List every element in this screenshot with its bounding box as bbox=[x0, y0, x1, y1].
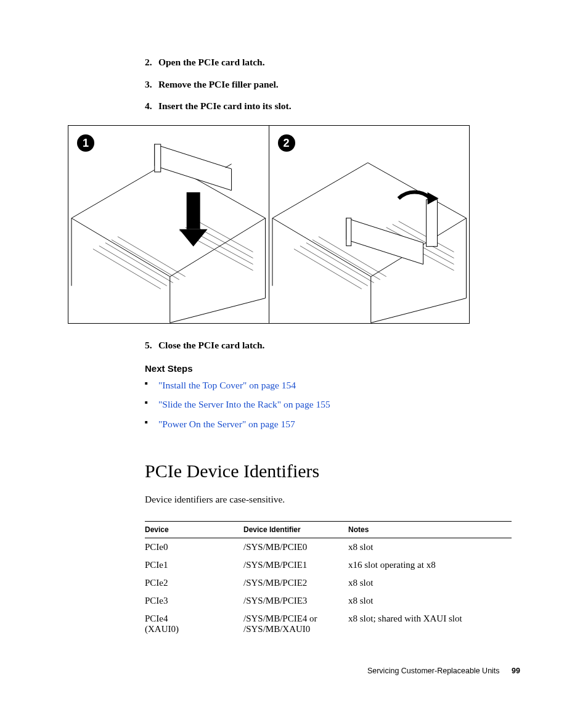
step-5: 5. Close the PCIe card latch. bbox=[145, 339, 520, 352]
step-2: 2. Open the PCIe card latch. bbox=[145, 55, 520, 69]
svg-line-8 bbox=[198, 221, 253, 252]
td-identifier: /SYS/MB/PCIE0 bbox=[243, 538, 348, 556]
steps-before-figure: 2. Open the PCIe card latch. 3. Remove t… bbox=[145, 55, 520, 113]
td-identifier: /SYS/MB/PCIE2 bbox=[243, 574, 348, 592]
td-identifier: /SYS/MB/PCIE1 bbox=[243, 556, 348, 574]
table-row: PCIe2 /SYS/MB/PCIE2 x8 slot bbox=[145, 574, 512, 592]
next-steps-list: "Install the Top Cover" on page 154 "Sli… bbox=[145, 379, 520, 431]
svg-line-15 bbox=[300, 246, 367, 286]
xref-link[interactable]: "Power On the Server" on page 157 bbox=[158, 419, 295, 429]
step-text: Open the PCIe card latch. bbox=[158, 57, 265, 67]
svg-line-14 bbox=[293, 249, 361, 289]
step-text: Remove the PCIe filler panel. bbox=[158, 79, 279, 89]
step-number: 3. bbox=[145, 78, 156, 91]
svg-marker-9 bbox=[155, 144, 232, 191]
svg-line-2 bbox=[105, 243, 173, 283]
th-notes: Notes bbox=[348, 521, 512, 538]
step-text: Close the PCIe card latch. bbox=[158, 340, 265, 350]
device-identifier-table: Device Device Identifier Notes PCIe0 /SY… bbox=[145, 521, 512, 638]
diagram-sketch-2 bbox=[269, 126, 469, 323]
table-row: PCIe1 /SYS/MB/PCIE1 x16 slot operating a… bbox=[145, 556, 512, 574]
svg-line-11 bbox=[226, 164, 232, 168]
figure-row: 1 bbox=[68, 125, 470, 324]
diagram-sketch-1 bbox=[68, 126, 268, 323]
svg-rect-25 bbox=[426, 200, 437, 247]
td-device: PCIe0 bbox=[145, 538, 243, 556]
td-notes: x8 slot bbox=[348, 574, 512, 592]
arrow-down-icon bbox=[179, 192, 208, 247]
th-device: Device bbox=[145, 521, 243, 538]
td-identifier: /SYS/MB/PCIE3 bbox=[243, 592, 348, 610]
next-step-item: "Install the Top Cover" on page 154 bbox=[145, 379, 520, 392]
xref-link[interactable]: "Install the Top Cover" on page 154 bbox=[158, 380, 296, 390]
svg-line-4 bbox=[118, 237, 186, 277]
svg-rect-10 bbox=[155, 144, 161, 172]
table-row: PCIe4 (XAUI0) /SYS/MB/PCIE4 or /SYS/MB/X… bbox=[145, 610, 512, 638]
step-number: 2. bbox=[145, 55, 156, 69]
step-number: 4. bbox=[145, 99, 156, 113]
th-identifier: Device Identifier bbox=[243, 521, 348, 538]
td-device: PCIe3 bbox=[145, 592, 243, 610]
svg-marker-23 bbox=[346, 218, 423, 265]
td-identifier: /SYS/MB/PCIE4 or /SYS/MB/XAUI0 bbox=[243, 610, 348, 638]
section: PCIe Device Identifiers Device identifie… bbox=[145, 461, 520, 638]
pcie-card-icon bbox=[155, 144, 232, 191]
xref-link[interactable]: "Slide the Server Into the Rack" on page… bbox=[158, 399, 330, 409]
td-notes: x8 slot bbox=[348, 538, 512, 556]
svg-line-3 bbox=[112, 240, 179, 280]
figure-panel-2: 2 bbox=[269, 126, 470, 323]
page-footer: Servicing Customer-Replaceable Units 99 bbox=[367, 667, 520, 675]
table-header-row: Device Device Identifier Notes bbox=[145, 521, 512, 538]
step-4: 4. Insert the PCIe card into its slot. bbox=[145, 99, 520, 113]
td-device: PCIe1 bbox=[145, 556, 243, 574]
td-device: PCIe2 bbox=[145, 574, 243, 592]
svg-line-0 bbox=[93, 249, 161, 289]
section-heading: PCIe Device Identifiers bbox=[145, 461, 520, 482]
next-steps-heading: Next Steps bbox=[145, 363, 520, 374]
page: 2. Open the PCIe card latch. 3. Remove t… bbox=[0, 0, 588, 706]
footer-page-number: 99 bbox=[512, 667, 520, 675]
step-number: 5. bbox=[145, 339, 156, 352]
svg-marker-13 bbox=[179, 229, 208, 247]
next-step-item: "Power On the Server" on page 157 bbox=[145, 417, 520, 431]
figure-panel-1: 1 bbox=[68, 126, 269, 323]
svg-rect-24 bbox=[346, 218, 351, 246]
table-row: PCIe3 /SYS/MB/PCIE3 x8 slot bbox=[145, 592, 512, 610]
td-notes: x8 slot; shared with XAUI slot bbox=[348, 610, 512, 638]
svg-line-1 bbox=[99, 246, 167, 286]
table-row: PCIe0 /SYS/MB/PCIE0 x8 slot bbox=[145, 538, 512, 556]
td-notes: x8 slot bbox=[348, 592, 512, 610]
td-notes: x16 slot operating at x8 bbox=[348, 556, 512, 574]
svg-rect-12 bbox=[187, 192, 200, 229]
step-3: 3. Remove the PCIe filler panel. bbox=[145, 78, 520, 91]
next-step-item: "Slide the Server Into the Rack" on page… bbox=[145, 398, 520, 411]
footer-chapter: Servicing Customer-Replaceable Units bbox=[367, 667, 500, 675]
svg-line-16 bbox=[306, 243, 374, 283]
steps-after-figure: 5. Close the PCIe card latch. Next Steps… bbox=[145, 339, 520, 431]
pcie-card-inserted-icon bbox=[346, 218, 423, 265]
td-device: PCIe4 (XAUI0) bbox=[145, 610, 243, 638]
section-intro: Device identifiers are case-sensitive. bbox=[145, 494, 520, 505]
step-text: Insert the PCIe card into its slot. bbox=[158, 101, 292, 111]
